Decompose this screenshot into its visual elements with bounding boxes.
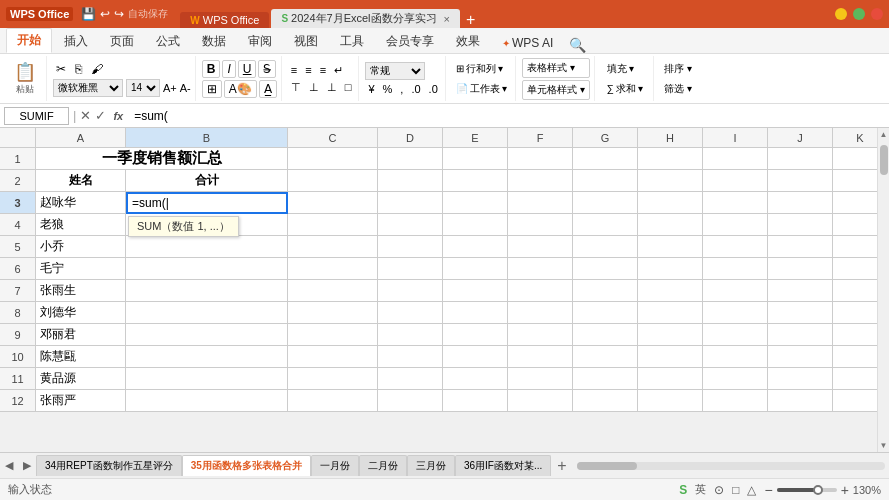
tab-member[interactable]: 会员专享 (376, 30, 444, 53)
tab-view[interactable]: 视图 (284, 30, 328, 53)
tab-data[interactable]: 数据 (192, 30, 236, 53)
row-num-5[interactable]: 5 (0, 236, 36, 258)
cell-A4[interactable]: 老狼 (36, 214, 126, 236)
cell-I10[interactable] (703, 346, 768, 368)
cell-F2[interactable] (508, 170, 573, 192)
tab-formula[interactable]: 公式 (146, 30, 190, 53)
cell-G10[interactable] (573, 346, 638, 368)
row-num-1[interactable]: 1 (0, 148, 36, 170)
cell-A3[interactable]: 赵咏华 (36, 192, 126, 214)
cell-A7[interactable]: 张雨生 (36, 280, 126, 302)
cell-B7[interactable] (126, 280, 288, 302)
cell-K12[interactable] (833, 390, 877, 412)
cell-E8[interactable] (443, 302, 508, 324)
row-num-10[interactable]: 10 (0, 346, 36, 368)
cell-I5[interactable] (703, 236, 768, 258)
cell-B5[interactable] (126, 236, 288, 258)
layout-icon[interactable]: □ (732, 483, 739, 497)
cell-I6[interactable] (703, 258, 768, 280)
cell-G6[interactable] (573, 258, 638, 280)
fill-color-btn[interactable]: A🎨 (224, 80, 257, 98)
cell-F9[interactable] (508, 324, 573, 346)
col-header-J[interactable]: J (768, 128, 833, 148)
cell-C7[interactable] (288, 280, 378, 302)
cell-K3[interactable] (833, 192, 877, 214)
strikethrough-btn[interactable]: S̶ (258, 60, 276, 78)
tab-start[interactable]: 开始 (6, 28, 52, 53)
undo-icon[interactable]: ↩ (100, 7, 110, 21)
cell-A10[interactable]: 陈慧甌 (36, 346, 126, 368)
paste-btn[interactable]: 📋 粘贴 (8, 59, 42, 98)
cell-D3[interactable] (378, 192, 443, 214)
cell-B10[interactable] (126, 346, 288, 368)
cell-C3[interactable] (288, 192, 378, 214)
scroll-h-thumb[interactable] (577, 462, 637, 470)
cell-A1[interactable]: 一季度销售额汇总 (36, 148, 288, 170)
col-header-A[interactable]: A (36, 128, 126, 148)
cell-I11[interactable] (703, 368, 768, 390)
sum-btn[interactable]: ∑ 求和▾ (601, 80, 650, 98)
italic-btn[interactable]: I (222, 60, 235, 78)
cell-I2[interactable] (703, 170, 768, 192)
sheet-nav-next[interactable]: ▶ (18, 457, 36, 474)
font-size-select[interactable]: 14 (126, 79, 160, 97)
row-num-9[interactable]: 9 (0, 324, 36, 346)
cell-C2[interactable] (288, 170, 378, 192)
cell-B2[interactable]: 合计 (126, 170, 288, 192)
cell-J7[interactable] (768, 280, 833, 302)
filter-btn[interactable]: 筛选 ▾ (660, 80, 696, 98)
cell-I8[interactable] (703, 302, 768, 324)
font-name-select[interactable]: 微软雅黑 (53, 79, 123, 97)
cell-C6[interactable] (288, 258, 378, 280)
cell-F10[interactable] (508, 346, 573, 368)
cell-K7[interactable] (833, 280, 877, 302)
cell-G5[interactable] (573, 236, 638, 258)
row-num-2[interactable]: 2 (0, 170, 36, 192)
cell-K10[interactable] (833, 346, 877, 368)
cell-K9[interactable] (833, 324, 877, 346)
cell-C10[interactable] (288, 346, 378, 368)
scrollbar-horizontal[interactable] (573, 462, 889, 470)
scrollbar-vertical[interactable]: ▲ ▼ (877, 128, 889, 452)
cell-C1[interactable] (288, 148, 378, 170)
valign-top-btn[interactable]: ⊤ (288, 80, 304, 95)
cell-style-btn[interactable]: 单元格样式 ▾ (522, 80, 590, 100)
font-color-btn[interactable]: A̲ (259, 80, 277, 98)
cell-E12[interactable] (443, 390, 508, 412)
cell-F8[interactable] (508, 302, 573, 324)
col-header-B[interactable]: B (126, 128, 288, 148)
cell-D9[interactable] (378, 324, 443, 346)
cell-J9[interactable] (768, 324, 833, 346)
valign-mid-btn[interactable]: ⊥ (306, 80, 322, 95)
font-inc-btn[interactable]: A+ (163, 82, 177, 94)
cell-H11[interactable] (638, 368, 703, 390)
wrap-btn[interactable]: ↵ (331, 63, 346, 78)
cell-F5[interactable] (508, 236, 573, 258)
cut-btn[interactable]: ✂ (53, 61, 69, 77)
col-header-I[interactable]: I (703, 128, 768, 148)
cell-F11[interactable] (508, 368, 573, 390)
save-icon[interactable]: 💾 (81, 7, 96, 21)
align-left-btn[interactable]: ≡ (288, 63, 300, 78)
cell-K2[interactable] (833, 170, 877, 192)
zoom-out-btn[interactable]: − (764, 482, 772, 498)
cell-H2[interactable] (638, 170, 703, 192)
cell-F12[interactable] (508, 390, 573, 412)
cell-I9[interactable] (703, 324, 768, 346)
scroll-down-btn[interactable]: ▼ (878, 439, 889, 452)
col-header-G[interactable]: G (573, 128, 638, 148)
cell-A9[interactable]: 邓丽君 (36, 324, 126, 346)
cell-C12[interactable] (288, 390, 378, 412)
cell-J2[interactable] (768, 170, 833, 192)
align-right-btn[interactable]: ≡ (317, 63, 329, 78)
wps-tab[interactable]: W WPS Office (180, 12, 269, 28)
cell-E4[interactable] (443, 214, 508, 236)
tab-wpsai[interactable]: ✦ WPS AI (492, 33, 563, 53)
cell-B3-active[interactable]: =sum(| SUM（数值 1, ...） (126, 192, 288, 214)
cell-A5[interactable]: 小乔 (36, 236, 126, 258)
sheet-tab-rept[interactable]: 34用REPT函数制作五星评分 (36, 455, 182, 476)
cell-D8[interactable] (378, 302, 443, 324)
comma-btn[interactable]: , (397, 82, 406, 96)
tab-page[interactable]: 页面 (100, 30, 144, 53)
cell-E10[interactable] (443, 346, 508, 368)
